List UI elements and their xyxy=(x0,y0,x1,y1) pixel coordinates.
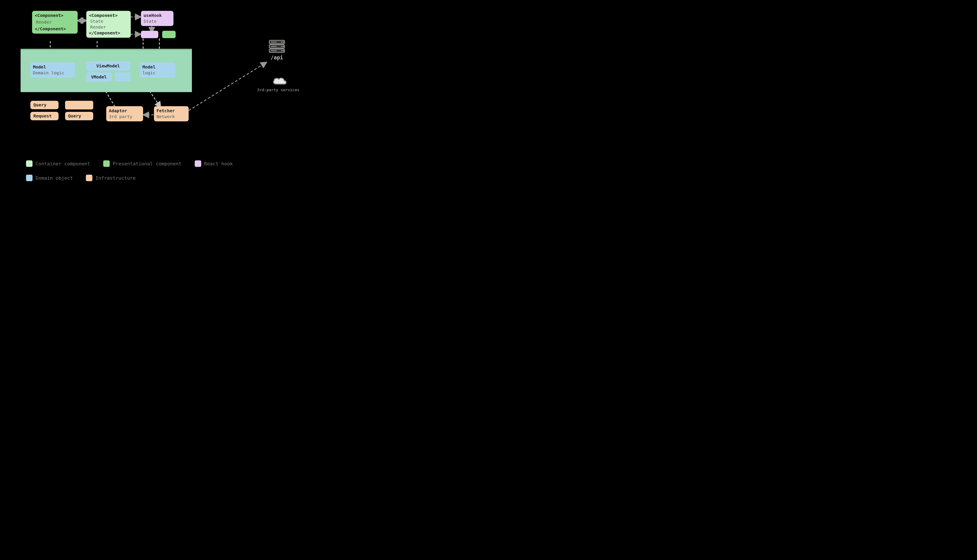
fetcher-node: Fetcher Network xyxy=(154,106,189,122)
svg-point-19 xyxy=(281,46,282,47)
model-title: Model xyxy=(33,64,72,70)
model-b-title: Model xyxy=(142,64,173,70)
adaptor-node: Adaptor 3rd party xyxy=(106,106,143,122)
svg-line-13 xyxy=(189,62,266,110)
model-a-node: Model Domain logic xyxy=(30,62,75,78)
hook-title: useHook xyxy=(144,13,171,18)
presentational-chip xyxy=(162,31,175,38)
fetcher-sub: Network xyxy=(157,114,186,120)
body-render: Render xyxy=(89,24,128,30)
query-a-node: Query xyxy=(30,101,58,109)
legend-container-label: Container component xyxy=(35,161,90,167)
vmodel-title: VModel xyxy=(86,74,112,80)
swatch-presentational xyxy=(103,160,110,167)
svg-point-21 xyxy=(281,50,282,52)
vmodel-node: VModel xyxy=(86,72,112,82)
swatch-infra xyxy=(86,175,92,181)
legend-container: Container component xyxy=(26,160,90,167)
legend-presentational: Presentational component xyxy=(103,160,182,167)
api-label: /api xyxy=(271,55,283,61)
svg-line-11 xyxy=(150,91,160,107)
hook-sub: State xyxy=(144,18,171,24)
svg-point-18 xyxy=(283,42,284,43)
architecture-diagram: <Component> Render </Component> <Compone… xyxy=(0,0,329,188)
viewmodel-title: ViewModel xyxy=(86,63,130,69)
body: Render xyxy=(35,18,75,26)
swatch-domain xyxy=(26,175,33,181)
body-state: State xyxy=(89,18,128,24)
legend-domain-label: Domain object xyxy=(35,175,73,181)
legend-infra: Infrastructure xyxy=(86,175,135,181)
legend-hook-label: React hook xyxy=(204,161,233,167)
viewmodel-node: ViewModel xyxy=(86,61,130,71)
query-a-title: Query xyxy=(33,102,55,108)
container-component-node: <Component> State Render </Component> xyxy=(86,11,131,38)
query-b-node: Query xyxy=(65,112,93,120)
model-sub: Domain logic xyxy=(33,70,72,76)
fetcher-title: Fetcher xyxy=(157,108,186,114)
tag-close: </Component> xyxy=(89,30,128,36)
legend: Container component Presentational compo… xyxy=(26,160,264,181)
model-b-sub: logic xyxy=(142,70,173,76)
svg-point-20 xyxy=(283,46,284,47)
swatch-hook xyxy=(195,160,201,167)
server-icon xyxy=(269,40,286,55)
tag-close: </Component> xyxy=(35,26,75,32)
query-b-title: Query xyxy=(68,113,90,119)
tag-open: <Component> xyxy=(35,13,75,18)
infra-chip xyxy=(65,101,93,110)
request-title: Request xyxy=(33,113,55,119)
svg-point-22 xyxy=(283,50,284,52)
svg-point-17 xyxy=(281,42,282,43)
tag-open: <Component> xyxy=(89,13,128,18)
swatch-container xyxy=(26,160,33,167)
legend-infra-label: Infrastructure xyxy=(95,175,135,181)
adaptor-title: Adaptor xyxy=(109,108,140,114)
presentational-component-node: <Component> Render </Component> xyxy=(32,11,78,33)
domain-chip xyxy=(115,72,130,82)
request-node: Request xyxy=(30,112,58,120)
react-hook-chip xyxy=(141,31,158,38)
adaptor-sub: 3rd party xyxy=(109,114,140,120)
model-b-node: Model logic xyxy=(140,62,175,78)
react-hook-node: useHook State xyxy=(141,11,174,26)
third-party-label: 3rd-party services xyxy=(257,88,299,92)
legend-presentational-label: Presentational component xyxy=(113,161,182,167)
cloud-icon xyxy=(271,75,288,88)
legend-domain: Domain object xyxy=(26,175,73,181)
legend-hook: React hook xyxy=(195,160,233,167)
